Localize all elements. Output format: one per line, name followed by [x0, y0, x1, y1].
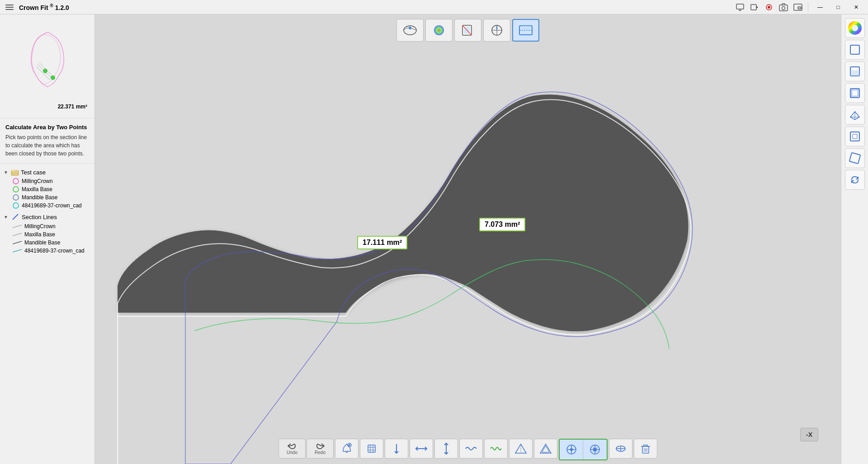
tree-item-millingcrown[interactable]: MillingCrown	[11, 177, 93, 185]
folder-icon	[11, 168, 19, 176]
item-label-millingcrown: MillingCrown	[22, 178, 53, 184]
tool-arrow-ud[interactable]	[434, 439, 458, 459]
svg-rect-3	[751, 5, 756, 10]
main-viewport[interactable]: 17.111 mm² 7.073 mm² -X Undo Redo	[95, 14, 841, 464]
toolbar-btn-orientation[interactable]	[483, 19, 510, 42]
info-title: Calculate Area by Two Points	[5, 124, 89, 131]
toolbar-btn-section[interactable]	[512, 19, 539, 42]
sl-label-millingcrown: MillingCrown	[24, 223, 56, 230]
tree-group-testcase: ▼ Test case MillingCrown Maxilla Base	[2, 167, 93, 210]
svg-rect-73	[850, 132, 859, 141]
record-icon[interactable]	[748, 1, 761, 14]
view-box-tilt[interactable]	[845, 148, 865, 168]
tool-bracket[interactable]	[360, 439, 383, 459]
tree-group-sectionlines-header[interactable]: ▼ Section Lines	[2, 211, 93, 222]
tree-arrow-sectionlines: ▼	[4, 215, 9, 220]
hamburger-menu[interactable]	[4, 3, 15, 12]
toolbar-btn-color[interactable]	[425, 19, 453, 42]
tool-cross-right[interactable]	[583, 440, 607, 459]
pip-icon[interactable]	[792, 1, 804, 14]
tree-item-maxillabase[interactable]: Maxilla Base	[11, 185, 93, 193]
thumbnail-area: 22.371 mm²	[0, 14, 94, 118]
view-box-corner[interactable]	[845, 105, 865, 125]
svg-marker-4	[756, 6, 758, 9]
svg-point-12	[43, 69, 47, 73]
tree-group-testcase-header[interactable]: ▼ Test case	[2, 167, 93, 177]
svg-point-25	[434, 25, 444, 35]
view-box-edge[interactable]	[845, 127, 865, 146]
svg-rect-67	[850, 70, 859, 76]
tool-cross-out[interactable]	[609, 439, 632, 459]
tool-active-group	[559, 439, 608, 460]
undo-label: Undo	[287, 450, 297, 455]
tree-sl-crowncad[interactable]: 48419689-37-crown_cad	[11, 247, 93, 255]
tree-item-mandiblebase[interactable]: Mandible Base	[11, 193, 93, 202]
measurement-label-1: 17.111 mm²	[357, 236, 407, 249]
tool-wave2[interactable]	[484, 439, 508, 459]
circle-blue-icon	[13, 194, 19, 201]
svg-point-35	[349, 444, 350, 446]
svg-rect-10	[798, 7, 801, 9]
svg-line-19	[13, 225, 22, 228]
svg-marker-44	[542, 446, 549, 452]
line-dark-icon	[13, 240, 22, 245]
view-box-side[interactable]	[845, 61, 865, 81]
svg-line-22	[13, 249, 22, 252]
axis-label: -X	[800, 428, 818, 441]
svg-rect-11	[11, 26, 84, 107]
left-panel: 22.371 mm² Calculate Area by Two Points …	[0, 14, 95, 464]
tree-testcase-children: MillingCrown Maxilla Base Mandible Base …	[11, 177, 93, 210]
tool-trash[interactable]	[634, 439, 657, 459]
tool-cross-left[interactable]	[560, 440, 583, 459]
thumbnail-svg	[11, 26, 84, 107]
right-panel	[841, 14, 868, 464]
tree-sl-millingcrown[interactable]: MillingCrown	[11, 222, 93, 230]
tool-bell[interactable]	[335, 439, 359, 459]
tree-item-crown-cad[interactable]: 48419689-37-crown_cad	[11, 202, 93, 210]
item-label-maxillabase: Maxilla Base	[22, 186, 52, 192]
svg-point-48	[570, 448, 573, 451]
svg-line-28	[462, 25, 472, 35]
item-label-crown-cad: 48419689-37-crown_cad	[22, 202, 82, 209]
svg-rect-69	[852, 90, 858, 96]
tool-arrow-lr[interactable]	[410, 439, 433, 459]
circle-cyan-icon	[13, 202, 19, 209]
svg-point-24	[409, 27, 411, 29]
camera-icon[interactable]	[777, 1, 790, 14]
toolbar-btn-transparency[interactable]	[454, 19, 481, 42]
dot-record-icon[interactable]	[763, 1, 775, 14]
svg-point-13	[51, 75, 55, 80]
refresh-button[interactable]	[845, 170, 865, 190]
view-box-top[interactable]	[845, 40, 865, 60]
tree-sl-maxillabase[interactable]: Maxilla Base	[11, 230, 93, 239]
tree-sl-mandiblebase[interactable]: Mandible Base	[11, 239, 93, 247]
diagonal-line-icon	[11, 212, 20, 221]
sl-label-maxillabase: Maxilla Base	[24, 231, 55, 238]
undo-button[interactable]: Undo	[278, 439, 306, 459]
screen-icon[interactable]	[734, 1, 746, 14]
tree-group-sectionlines: ▼ Section Lines MillingCrown	[2, 211, 93, 255]
minimize-button[interactable]: —	[812, 1, 828, 14]
thumbnail-area-label: 22.371 mm²	[58, 103, 87, 110]
toolbar-btn-3dmodel[interactable]	[396, 19, 424, 42]
view-box-3d[interactable]	[845, 83, 865, 103]
titlebar: Crown Fit ® 1.2.0	[0, 0, 868, 14]
tool-arrow-down[interactable]	[385, 439, 408, 459]
svg-point-64	[852, 25, 858, 31]
tool-triangle-open[interactable]	[509, 439, 533, 459]
maximize-button[interactable]: □	[830, 1, 846, 14]
svg-rect-74	[853, 134, 857, 139]
viewport-svg	[95, 14, 841, 464]
svg-line-21	[13, 241, 22, 244]
close-button[interactable]: ✕	[848, 1, 864, 14]
tree-arrow-testcase: ▼	[4, 170, 9, 175]
tool-wave1[interactable]	[459, 439, 483, 459]
color-wheel-button[interactable]	[845, 18, 865, 38]
tool-triangle-outline[interactable]	[534, 439, 557, 459]
redo-button[interactable]: Redo	[307, 439, 334, 459]
tree-sectionlines-children: MillingCrown Maxilla Base Mandible Base	[11, 222, 93, 255]
sl-label-mandiblebase: Mandible Base	[24, 239, 60, 246]
titlebar-left: Crown Fit ® 1.2.0	[4, 3, 69, 12]
titlebar-controls: — □ ✕	[734, 1, 864, 14]
redo-label: Redo	[315, 450, 326, 455]
